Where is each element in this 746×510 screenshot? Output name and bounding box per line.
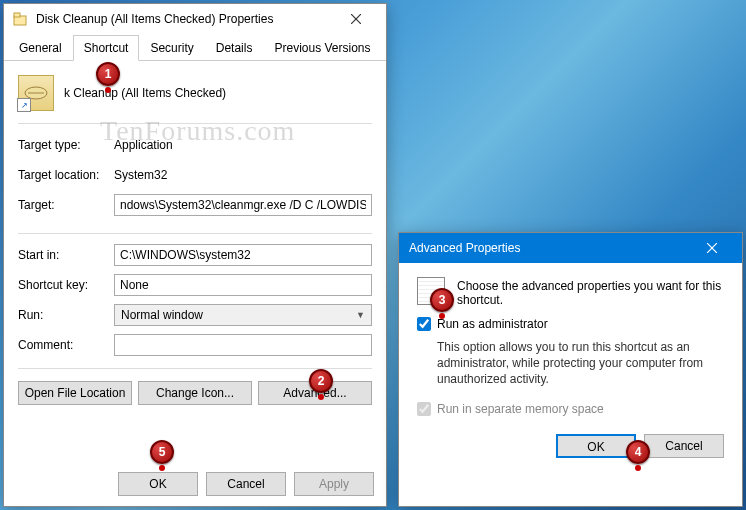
advanced-header-text: Choose the advanced properties you want … — [457, 277, 724, 307]
comment-input[interactable] — [114, 334, 372, 356]
tab-strip: General Shortcut Security Details Previo… — [4, 33, 386, 61]
document-icon — [417, 277, 445, 305]
shortcut-key-label: Shortcut key: — [18, 278, 114, 292]
properties-title: Disk Cleanup (All Items Checked) Propert… — [34, 12, 334, 26]
close-icon[interactable] — [690, 233, 734, 263]
run-as-admin-checkbox[interactable] — [417, 317, 431, 331]
svg-rect-1 — [14, 13, 20, 17]
tab-details[interactable]: Details — [205, 35, 264, 60]
run-select[interactable]: Normal window ▼ — [114, 304, 372, 326]
chevron-down-icon: ▼ — [356, 310, 365, 320]
properties-apply-button[interactable]: Apply — [294, 472, 374, 496]
open-file-location-button[interactable]: Open File Location — [18, 381, 132, 405]
advanced-title: Advanced Properties — [407, 241, 690, 255]
close-icon[interactable] — [334, 4, 378, 34]
separate-memory-checkbox — [417, 402, 431, 416]
run-label: Run: — [18, 308, 114, 322]
tab-shortcut[interactable]: Shortcut — [73, 35, 140, 61]
advanced-button[interactable]: Advanced... — [258, 381, 372, 405]
target-location-label: Target location: — [18, 168, 114, 182]
properties-titlebar[interactable]: Disk Cleanup (All Items Checked) Propert… — [4, 4, 386, 34]
target-type-value: Application — [114, 138, 372, 152]
properties-ok-button[interactable]: OK — [118, 472, 198, 496]
shortcut-key-input[interactable] — [114, 274, 372, 296]
tab-content-shortcut: ↗ k Cleanup (All Items Checked) Target t… — [4, 61, 386, 411]
target-input[interactable] — [114, 194, 372, 216]
shortcut-name: k Cleanup (All Items Checked) — [64, 86, 226, 100]
target-label: Target: — [18, 198, 114, 212]
advanced-ok-button[interactable]: OK — [556, 434, 636, 458]
properties-bottom-buttons: OK Cancel Apply — [4, 462, 386, 506]
separate-memory-label: Run in separate memory space — [437, 402, 604, 416]
change-icon-button[interactable]: Change Icon... — [138, 381, 252, 405]
run-as-admin-description: This option allows you to run this short… — [437, 339, 724, 388]
desktop-background: Disk Cleanup (All Items Checked) Propert… — [0, 0, 746, 510]
properties-cancel-button[interactable]: Cancel — [206, 472, 286, 496]
advanced-body: Choose the advanced properties you want … — [399, 263, 742, 472]
shortcut-arrow-icon: ↗ — [17, 98, 31, 112]
advanced-cancel-button[interactable]: Cancel — [644, 434, 724, 458]
tab-general[interactable]: General — [8, 35, 73, 60]
target-type-label: Target type: — [18, 138, 114, 152]
run-as-admin-label: Run as administrator — [437, 317, 548, 331]
advanced-properties-dialog: Advanced Properties Choose the advanced … — [398, 232, 743, 507]
comment-label: Comment: — [18, 338, 114, 352]
advanced-titlebar[interactable]: Advanced Properties — [399, 233, 742, 263]
dialog-icon — [12, 11, 28, 27]
target-location-value: System32 — [114, 168, 372, 182]
tab-previous-versions[interactable]: Previous Versions — [263, 35, 381, 60]
start-in-input[interactable] — [114, 244, 372, 266]
tab-security[interactable]: Security — [139, 35, 204, 60]
shortcut-target-icon: ↗ — [18, 75, 54, 111]
properties-dialog: Disk Cleanup (All Items Checked) Propert… — [3, 3, 387, 507]
start-in-label: Start in: — [18, 248, 114, 262]
